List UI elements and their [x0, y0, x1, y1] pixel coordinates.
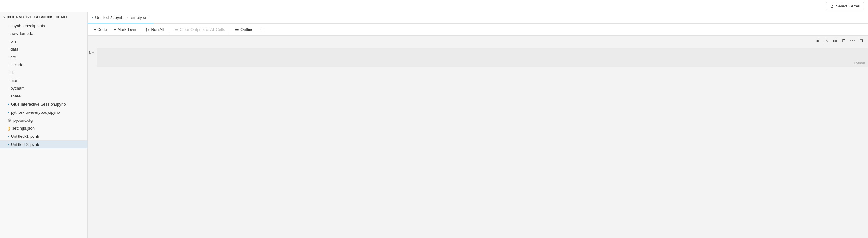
notebook-file-icon: ▪	[7, 142, 9, 147]
cell-more-icon: ···	[850, 38, 855, 43]
toolbar-divider-2	[169, 27, 169, 33]
folder-chevron-icon: ›	[7, 87, 8, 90]
more-options-icon: ···	[260, 27, 264, 32]
sidebar-item-label: Glue Interactive Session.ipynb	[11, 102, 66, 106]
sidebar-item-label: .ipynb_checkpoints	[10, 24, 45, 28]
run-cell-button[interactable]: ▷	[823, 37, 831, 44]
notebook-file-icon: ▪	[7, 110, 9, 115]
sidebar-item-untitled2[interactable]: ▪Untitled-2.ipynb	[0, 140, 87, 148]
sidebar-item-untitled1[interactable]: ▪Untitled-1.ipynb	[0, 132, 87, 140]
sidebar-item-lib[interactable]: ›lib	[0, 69, 87, 76]
sidebar-root-label: INTERACTIVE_SESSIONS_DEMO	[7, 15, 67, 20]
cell-controls-bar: ⏮ ▷ ⏭ ⊟ ··· 🗑	[88, 36, 868, 45]
notebook-tab-label: Untitled-2.ipynb	[95, 15, 123, 20]
sidebar-item-python_notebook[interactable]: ▪python-for-everybody.ipynb	[0, 108, 87, 116]
add-code-button[interactable]: + Code	[91, 26, 110, 33]
sidebar-item-label: etc	[10, 55, 16, 59]
cell-run-dropdown-icon: ▾	[93, 50, 95, 54]
cell-body-1[interactable]: Python	[97, 48, 868, 67]
folder-chevron-icon: ›	[7, 71, 8, 74]
sidebar-item-glue_notebook[interactable]: ▪Glue Interactive Session.ipynb	[0, 100, 87, 108]
run-cell-icon: ▷	[825, 38, 828, 43]
sidebar-items-list: ›.ipynb_checkpoints›aws_lambda›bin›data›…	[0, 22, 87, 148]
folder-chevron-icon: ›	[7, 94, 8, 98]
clear-outputs-button[interactable]: ☰ Clear Outputs of All Cells	[172, 26, 228, 33]
folder-chevron-icon: ›	[7, 47, 8, 51]
run-above-button[interactable]: ⏮	[814, 37, 822, 44]
sidebar-item-bin[interactable]: ›bin	[0, 37, 87, 45]
main-container: ∨ INTERACTIVE_SESSIONS_DEMO ›.ipynb_chec…	[0, 12, 868, 238]
folder-chevron-icon: ›	[7, 40, 8, 43]
json-file-icon: {}	[7, 126, 10, 131]
cfg-file-icon: ⚙	[7, 118, 11, 123]
outline-label: Outline	[241, 27, 253, 32]
sidebar-item-label: data	[10, 47, 18, 52]
outline-button[interactable]: ☰ Outline	[232, 26, 256, 33]
sidebar-item-label: lib	[10, 70, 14, 75]
select-kernel-label: Select Kernel	[836, 4, 860, 8]
sidebar-item-settings[interactable]: {}settings.json	[0, 124, 87, 132]
sidebar-item-aws_lambda[interactable]: ›aws_lambda	[0, 30, 87, 37]
notebook-tabbar: ▪ Untitled-2.ipynb › empty cell	[88, 12, 868, 24]
sidebar-item-data[interactable]: ›data	[0, 45, 87, 53]
add-markdown-label: + Markdown	[114, 27, 136, 32]
sidebar-item-label: Untitled-1.ipynb	[11, 134, 39, 139]
sidebar-item-label: man	[10, 78, 18, 83]
sidebar-item-label: python-for-everybody.ipynb	[11, 110, 60, 115]
sidebar-item-label: bin	[10, 39, 16, 44]
notebook-toolbar: + Code + Markdown ▷ Run All ☰ Clear Outp…	[88, 24, 868, 36]
sidebar-item-share[interactable]: ›share	[0, 92, 87, 100]
notebook-tab-icon: ▪	[92, 15, 93, 20]
select-kernel-button[interactable]: 🖥 Select Kernel	[826, 2, 864, 10]
sidebar-item-label: settings.json	[12, 126, 35, 131]
sidebar-item-pycham[interactable]: ›pycham	[0, 84, 87, 92]
run-all-icon: ▷	[146, 27, 150, 32]
clear-outputs-icon: ☰	[175, 27, 178, 32]
breadcrumb-cell-label: empty cell	[131, 15, 150, 20]
run-below-button[interactable]: ⏭	[831, 37, 839, 44]
sidebar-item-etc[interactable]: ›etc	[0, 53, 87, 61]
add-markdown-button[interactable]: + Markdown	[111, 26, 139, 33]
cell-more-button[interactable]: ···	[848, 37, 857, 44]
run-all-label: Run All	[151, 27, 164, 32]
root-chevron-icon: ∨	[3, 15, 5, 19]
more-options-button[interactable]: ···	[257, 26, 267, 33]
cell-play-icon: ▷	[89, 50, 93, 55]
notebook-file-icon: ▪	[7, 134, 9, 139]
toolbar-divider-3	[230, 27, 230, 33]
breadcrumb-sep: ›	[127, 15, 128, 20]
sidebar: ∨ INTERACTIVE_SESSIONS_DEMO ›.ipynb_chec…	[0, 12, 88, 238]
add-code-label: + Code	[94, 27, 107, 32]
clear-outputs-label: Clear Outputs of All Cells	[180, 27, 225, 32]
sidebar-item-label: Untitled-2.ipynb	[11, 142, 39, 147]
top-toolbar: 🖥 Select Kernel	[0, 0, 868, 12]
cell-row-1: ▷ ▾ Python	[88, 48, 868, 67]
sidebar-item-pyvenv[interactable]: ⚙pyvenv.cfg	[0, 116, 87, 124]
folder-chevron-icon: ›	[7, 32, 8, 35]
sidebar-item-include[interactable]: ›include	[0, 61, 87, 69]
delete-cell-button[interactable]: 🗑	[857, 37, 866, 44]
run-above-icon: ⏮	[815, 38, 820, 43]
notebook-container: ▪ Untitled-2.ipynb › empty cell + Code +…	[88, 12, 868, 238]
sidebar-root-header[interactable]: ∨ INTERACTIVE_SESSIONS_DEMO	[0, 12, 87, 22]
notebook-file-icon: ▪	[7, 102, 9, 106]
cells-area: ▷ ▾ Python	[88, 45, 868, 238]
sidebar-item-man[interactable]: ›man	[0, 76, 87, 84]
sidebar-item-label: pyvenv.cfg	[13, 118, 33, 123]
sidebar-item-ipynb_checkpoints[interactable]: ›.ipynb_checkpoints	[0, 22, 87, 30]
delete-cell-icon: 🗑	[859, 38, 864, 43]
folder-chevron-icon: ›	[7, 63, 8, 67]
cell-run-button[interactable]: ▷ ▾	[88, 49, 97, 56]
run-all-button[interactable]: ▷ Run All	[143, 26, 167, 33]
folder-chevron-icon: ›	[7, 79, 8, 82]
run-below-icon: ⏭	[833, 38, 837, 43]
outline-icon: ☰	[235, 27, 239, 32]
folder-chevron-icon: ›	[7, 55, 8, 59]
sidebar-item-label: include	[10, 63, 23, 67]
notebook-tab-active[interactable]: ▪ Untitled-2.ipynb › empty cell	[88, 12, 154, 24]
kernel-icon: 🖥	[830, 4, 834, 9]
split-cell-icon: ⊟	[842, 38, 846, 43]
sidebar-item-label: pycham	[10, 86, 25, 91]
sidebar-item-label: aws_lambda	[10, 31, 33, 36]
split-cell-button[interactable]: ⊟	[840, 37, 848, 44]
